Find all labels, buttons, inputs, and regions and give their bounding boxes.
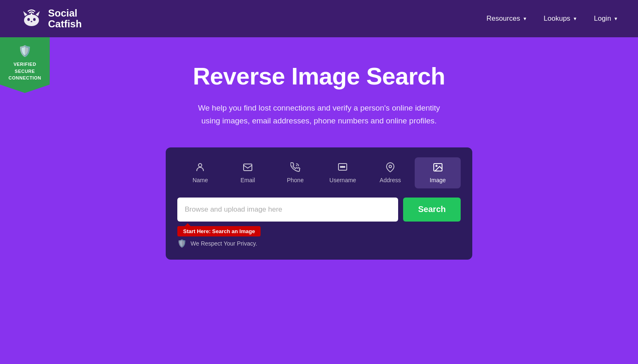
tab-phone[interactable]: Phone	[272, 157, 318, 188]
search-button[interactable]: Search	[403, 198, 461, 222]
tab-address[interactable]: Address	[367, 157, 413, 188]
nav-login[interactable]: Login ▼	[594, 14, 619, 23]
privacy-shield-icon: 🛡️	[177, 239, 186, 248]
logo[interactable]: SocialCatfish	[20, 7, 82, 30]
search-row: Start Here: Search an Image Search	[177, 198, 461, 222]
svg-point-10	[341, 166, 342, 167]
svg-point-12	[344, 166, 345, 167]
shield-icon: 🛡️	[18, 45, 31, 58]
tab-image[interactable]: Image	[415, 157, 461, 188]
svg-point-6	[31, 13, 32, 15]
search-tooltip: Start Here: Search an Image	[177, 226, 261, 236]
verified-badge: 🛡️ VERIFIED SECURE CONNECTION	[0, 37, 50, 93]
phone-icon	[290, 162, 300, 174]
svg-point-2	[33, 18, 36, 21]
nav-resources[interactable]: Resources ▼	[486, 14, 527, 23]
image-icon	[433, 162, 443, 174]
chevron-down-icon: ▼	[522, 16, 527, 21]
logo-icon	[20, 7, 43, 30]
tab-username[interactable]: Username	[320, 157, 366, 188]
nav-lookups[interactable]: Lookups ▼	[544, 14, 577, 23]
email-icon	[243, 162, 253, 174]
search-input-wrap: Start Here: Search an Image	[177, 198, 398, 222]
svg-marker-4	[36, 11, 40, 16]
chevron-down-icon: ▼	[614, 16, 618, 21]
svg-point-5	[31, 21, 32, 22]
search-card: Name Email Phone	[166, 147, 472, 260]
svg-marker-3	[23, 11, 27, 16]
privacy-row: 🛡️ We Respect Your Privacy.	[177, 239, 461, 248]
svg-point-11	[342, 166, 343, 167]
search-tabs: Name Email Phone	[177, 157, 461, 188]
svg-point-1	[27, 18, 30, 21]
svg-point-15	[436, 165, 437, 166]
username-icon	[338, 162, 348, 174]
tab-email[interactable]: Email	[225, 157, 271, 188]
map-pin-icon	[385, 162, 395, 174]
image-search-input[interactable]	[177, 198, 398, 222]
hero-subtitle: We help you find lost connections and ve…	[191, 101, 447, 128]
logo-text: SocialCatfish	[48, 8, 82, 30]
svg-point-13	[389, 165, 392, 168]
privacy-text: We Respect Your Privacy.	[191, 240, 257, 247]
nav-links: Resources ▼ Lookups ▼ Login ▼	[486, 14, 618, 23]
navbar: SocialCatfish Resources ▼ Lookups ▼ Logi…	[0, 0, 638, 37]
badge-text: VERIFIED SECURE CONNECTION	[9, 61, 41, 82]
chevron-down-icon: ▼	[573, 16, 578, 21]
hero-section: 🛡️ VERIFIED SECURE CONNECTION Reverse Im…	[0, 37, 638, 364]
svg-rect-8	[244, 164, 252, 171]
hero-title: Reverse Image Search	[193, 62, 445, 90]
svg-point-0	[24, 14, 39, 26]
svg-point-7	[198, 164, 202, 167]
tab-name[interactable]: Name	[177, 157, 223, 188]
person-icon	[195, 162, 205, 174]
